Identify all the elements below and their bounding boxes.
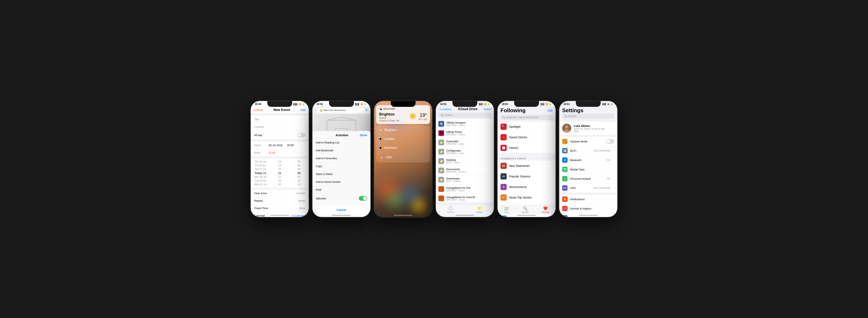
hotspot-label: Personal Hotspot (570, 177, 604, 180)
back-icon[interactable]: ‹ (315, 108, 316, 112)
cancel-button[interactable]: Cancel (254, 108, 263, 112)
activity-add-reading-list[interactable]: Add to Reading List (312, 139, 370, 147)
news-item-spotlight[interactable]: 🔦 Spotlight › (498, 122, 556, 132)
search-bar-4[interactable]: 🔍 Search (438, 113, 491, 118)
weather-main: Brighton Sunny Chance of Rain: 0% ☀️ 19°… (379, 112, 427, 122)
time-2: 20:52 (317, 103, 323, 105)
min-row: 45 (298, 160, 301, 164)
back-button-4[interactable]: ‹ Locations (438, 108, 452, 111)
chevron-spotlight: › (552, 125, 553, 128)
channel-news-top-stories[interactable]: NT News Top Stories › (498, 192, 556, 203)
file-downloads[interactable]: 📁 Downloads 06:10 · 10 items › (436, 175, 494, 185)
setting-wifi[interactable]: 📶 Wi-Fi Not Connected › (559, 146, 617, 156)
ends-row[interactable]: Ends 21:00 (251, 149, 309, 157)
file-garageband-macos[interactable]: 🎵 GarageBand for macOS 09/07/2019 · 2 it… (436, 194, 494, 202)
file-info-configurator: Configurator 09/07/2019 · 1 item (446, 149, 489, 154)
allday-toggle[interactable] (297, 133, 305, 137)
setting-notifications[interactable]: 🔔 Notifications › (559, 195, 617, 204)
channel-popular-science[interactable]: PS Popular Science › (498, 171, 556, 182)
travel-label: Travel Time (254, 206, 268, 210)
activity-1blocker[interactable]: 1Blocker (312, 194, 370, 203)
url-bar[interactable]: 🔒 bike shed dimensions (318, 108, 364, 113)
location-brighton[interactable]: ➤ Brighton (376, 126, 430, 134)
mobile-apps-icon: MA (500, 216, 507, 217)
tab-today[interactable]: 📰 Today (504, 206, 509, 213)
file-automator[interactable]: 📁 Automator 09/07/2019 · 1 item › (436, 138, 494, 147)
file-affinity-designer[interactable]: 🎨 Affinity Designer 09/07/2019 · 8 items… (436, 119, 494, 129)
setting-sounds[interactable]: 🔊 Sounds & Haptics › (559, 204, 617, 213)
event-fields: Title Location (251, 116, 309, 131)
activity-copy[interactable]: Copy (312, 162, 370, 170)
weather-content: 🌤 WEATHER Brighton Sunny Chance of Rain:… (374, 101, 432, 162)
setting-vpn[interactable]: VPN VPN Not Connected › (559, 184, 617, 193)
setting-airplane[interactable]: ✈️ Airplane Mode (559, 137, 617, 146)
setting-personal-hotspot[interactable]: 🔗 Personal Hotspot On › (559, 174, 617, 184)
mobile-data-label: Mobile Data (570, 168, 611, 171)
chevron-history: › (552, 147, 553, 149)
select-button[interactable]: Select (484, 108, 491, 111)
add-button[interactable]: Add (300, 108, 305, 112)
airplane-toggle[interactable] (606, 139, 614, 144)
activity-add-favourites[interactable]: Add to Favourites (312, 154, 370, 162)
location-horsham[interactable]: Horsham (376, 144, 430, 152)
temp-main: 19° (418, 112, 427, 118)
icloud-title: iCloud Drive (458, 107, 477, 111)
repeat-row[interactable]: Repeat Never (251, 197, 309, 204)
chevron-nts: › (552, 196, 553, 199)
file-info-automator: Automator 09/07/2019 · 1 item (446, 140, 489, 145)
file-documents[interactable]: 📁 Documents 09/07/2019 · 30 items › (436, 166, 494, 175)
activities-done[interactable]: Done (360, 133, 367, 137)
tab-spotlight[interactable]: 🔍 Spotlight (521, 206, 529, 213)
calendar-row[interactable]: Calendar ● Calendar (251, 212, 309, 217)
file-affinity-photo[interactable]: 🖼 Affinity Photo 09/07/2019 · 4 items › (436, 129, 494, 138)
battery-icon-2: 🔋 (364, 103, 366, 105)
file-icon-configurator: 📁 (438, 149, 444, 155)
activity-add-bookmark[interactable]: Add Bookmark (312, 147, 370, 154)
channel-new-statesman[interactable]: NS New Statesman › (498, 161, 556, 171)
news-search[interactable]: 🔍 Channels, Topics and Stories (500, 115, 553, 120)
location-london[interactable]: London (376, 134, 430, 144)
edit-button[interactable]: Edit (548, 109, 553, 112)
activity-add-home[interactable]: Add to Home Screen (312, 178, 370, 186)
allday-label: All-day (254, 133, 262, 137)
profile-chevron: › (613, 127, 614, 130)
allday-row[interactable]: All-day (251, 131, 309, 139)
activity-open-news[interactable]: Open in News (312, 170, 370, 178)
location-row[interactable]: Location (251, 123, 309, 131)
browse-icon: 📁 (477, 206, 482, 211)
tab-browse[interactable]: 📁 Browse (476, 206, 483, 213)
location-name-london: London (384, 137, 427, 141)
1blocker-toggle[interactable] (359, 196, 367, 201)
title-row[interactable]: Title (251, 116, 309, 123)
news-item-saved[interactable]: 🔖 Saved Stories › (498, 132, 556, 142)
file-desktop[interactable]: 📁 Desktop 08:59 · 7 items › (436, 157, 494, 166)
neuroscience-icon: N (500, 184, 507, 190)
svg-line-2 (341, 117, 356, 120)
profile-row[interactable]: Luis Abreu Apple ID, iCloud, iTunes & Ap… (559, 122, 617, 135)
reload-icon[interactable]: ↻ (366, 108, 368, 112)
home-indicator-2 (332, 215, 351, 216)
settings-search[interactable]: 🔍 Search (562, 114, 614, 119)
travel-row[interactable]: Travel Time None (251, 204, 309, 212)
file-icon-affinity-photo: 🖼 (438, 130, 444, 136)
home-indicator-4 (456, 215, 474, 216)
time-picker[interactable]: Thu 25 Jul Fri 26 Jul Sat 27 Jul Today 2… (251, 159, 309, 188)
add-location-row[interactable]: ＋ Add (376, 152, 430, 162)
cancel-button-2[interactable]: Cancel (317, 206, 366, 214)
activities-title: Activities (335, 133, 348, 137)
channel-neuroscience[interactable]: N Neuroscience › (498, 182, 556, 192)
file-info-garageband-ios: GarageBand for iOS 16/06/2019 · 3 items (446, 186, 489, 192)
setting-bluetooth[interactable]: ⚡ Bluetooth On › (559, 156, 617, 165)
notch-2 (329, 101, 354, 107)
city-name: Brighton (379, 112, 407, 117)
starts-row[interactable]: Starts 28 Jul 2019 20:00 (251, 141, 309, 149)
file-configurator[interactable]: 📁 Configurator 09/07/2019 · 1 item › (436, 147, 494, 157)
tab-following[interactable]: ❤️ Following (541, 206, 549, 213)
activity-print[interactable]: Print (312, 186, 370, 194)
news-item-history[interactable]: 🕐 History › (498, 142, 556, 153)
file-name: Downloads (446, 177, 489, 180)
file-garageband-ios[interactable]: 🎵 GarageBand for iOS 16/06/2019 · 3 item… (436, 185, 494, 194)
tab-recents[interactable]: 🕐 Recents (447, 206, 454, 213)
timezone-row[interactable]: Time Zone London (251, 190, 309, 197)
setting-mobile-data[interactable]: 📡 Mobile Data › (559, 165, 617, 174)
